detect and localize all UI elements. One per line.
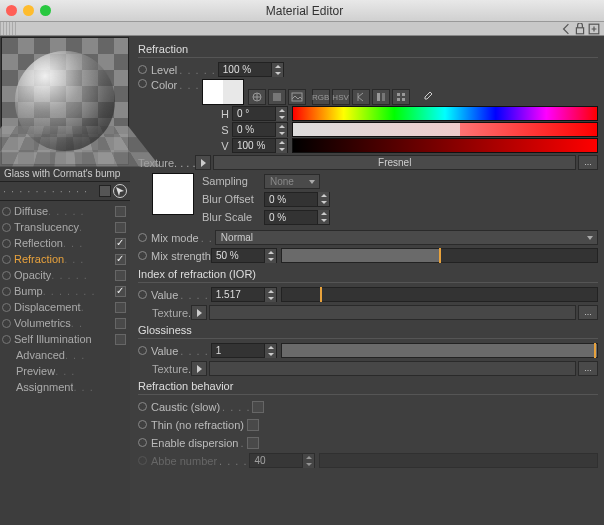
hue-ramp[interactable] xyxy=(292,106,598,121)
ior-texture-browse-button[interactable]: ... xyxy=(578,305,598,320)
lock-icon[interactable] xyxy=(574,23,586,35)
channel-translucency[interactable]: Translucency. xyxy=(0,219,130,235)
dropdown-mix-mode[interactable]: Normal xyxy=(215,230,598,245)
channel-reflection-checkbox[interactable] xyxy=(115,238,126,249)
anim-dot-mixmode[interactable] xyxy=(138,233,147,242)
material-name[interactable]: Glass with Cormat's bump xyxy=(0,166,130,181)
anim-dot-color[interactable] xyxy=(138,79,147,88)
ior-texture-play-icon[interactable] xyxy=(191,305,207,320)
spinner-h[interactable]: 0 ° xyxy=(232,106,288,121)
sat-ramp[interactable] xyxy=(292,122,598,137)
channel-refraction[interactable]: Refraction. . . xyxy=(0,251,130,267)
label-s: S xyxy=(218,124,232,136)
texture-preview-swatch[interactable] xyxy=(152,173,194,215)
close-window-button[interactable] xyxy=(6,5,17,16)
val-ramp[interactable] xyxy=(292,138,598,153)
channel-advanced[interactable]: Advanced. . . xyxy=(0,347,130,363)
gloss-texture-slot[interactable] xyxy=(209,361,576,376)
titlebar: Material Editor xyxy=(0,0,604,22)
slider-ior[interactable] xyxy=(281,287,598,302)
color-swatch[interactable] xyxy=(202,79,244,105)
material-target-icon[interactable] xyxy=(113,184,127,198)
spinner-ior[interactable]: 1.517 xyxy=(211,287,277,302)
label-gloss-texture: Texture xyxy=(152,363,188,375)
toolbar-grip[interactable] xyxy=(0,22,18,35)
channel-opacity[interactable]: Opacity. . . . . xyxy=(0,267,130,283)
ior-texture-slot[interactable] xyxy=(209,305,576,320)
anim-dot-level[interactable] xyxy=(138,65,147,74)
texture-browse-button[interactable]: ... xyxy=(578,155,598,170)
checkbox-caustic[interactable] xyxy=(252,401,264,413)
channel-diffuse-checkbox[interactable] xyxy=(115,206,126,217)
label-level: Level xyxy=(151,64,177,76)
channel-displacement-checkbox[interactable] xyxy=(115,302,126,313)
plus-icon[interactable] xyxy=(588,23,600,35)
channel-translucency-checkbox[interactable] xyxy=(115,222,126,233)
channel-list: Diffuse. . . . . Translucency. Reflectio… xyxy=(0,201,130,395)
spinner-gloss[interactable]: 1 xyxy=(211,343,277,358)
spinner-level[interactable]: 100 % xyxy=(218,62,284,77)
channel-self_illumination-checkbox[interactable] xyxy=(115,334,126,345)
texture-play-icon[interactable] xyxy=(195,155,211,170)
anim-dot-abbe xyxy=(138,456,147,465)
zoom-window-button[interactable] xyxy=(40,5,51,16)
swatches-icon[interactable] xyxy=(392,89,410,105)
channel-refraction-checkbox[interactable] xyxy=(115,254,126,265)
slider-gloss[interactable] xyxy=(281,343,598,358)
gloss-texture-play-icon[interactable] xyxy=(191,361,207,376)
checkbox-thin[interactable] xyxy=(247,419,259,431)
channel-bump-checkbox[interactable] xyxy=(115,286,126,297)
checkbox-dispersion[interactable] xyxy=(247,437,259,449)
gloss-texture-browse-button[interactable]: ... xyxy=(578,361,598,376)
chevron-left-icon[interactable] xyxy=(560,23,572,35)
spinner-s[interactable]: 0 % xyxy=(232,122,288,137)
material-preview[interactable] xyxy=(1,37,129,165)
channel-volumetrics-checkbox[interactable] xyxy=(115,318,126,329)
spinner-blur-scale[interactable]: 0 % xyxy=(264,210,330,225)
svg-rect-9 xyxy=(397,98,400,101)
eyedropper-icon[interactable] xyxy=(418,89,436,105)
channel-opacity-checkbox[interactable] xyxy=(115,270,126,281)
anim-dot-ior[interactable] xyxy=(138,290,147,299)
channel-volumetrics[interactable]: Volumetrics. . xyxy=(0,315,130,331)
channel-self_illumination[interactable]: Self Illumination xyxy=(0,331,130,347)
channel-preview[interactable]: Preview. . . xyxy=(0,363,130,379)
channel-displacement[interactable]: Displacement. xyxy=(0,299,130,315)
svg-rect-10 xyxy=(402,98,405,101)
label-sampling: Sampling xyxy=(202,175,264,187)
row-hue: H 0 ° xyxy=(218,106,598,121)
image-icon[interactable] xyxy=(288,89,306,105)
spinner-v[interactable]: 100 % xyxy=(232,138,288,153)
mixer-icon[interactable] xyxy=(372,89,390,105)
sidebar: Glass with Cormat's bump · · · · · · · ·… xyxy=(0,36,130,525)
anim-dot-gloss[interactable] xyxy=(138,346,147,355)
hsv-mode-button[interactable]: HSV xyxy=(332,89,350,105)
rgb-mode-button[interactable]: RGB xyxy=(312,89,330,105)
label-h: H xyxy=(218,108,232,120)
level-up[interactable] xyxy=(271,63,283,70)
channel-bump[interactable]: Bump. . . . . . . xyxy=(0,283,130,299)
kelvin-icon[interactable] xyxy=(352,89,370,105)
spinner-mix-strength[interactable]: 50 % xyxy=(211,248,277,263)
row-mix-mode: Mix mode . . Normal xyxy=(138,229,598,246)
slider-mix-strength[interactable] xyxy=(281,248,598,263)
minimize-window-button[interactable] xyxy=(23,5,34,16)
channel-diffuse[interactable]: Diffuse. . . . . xyxy=(0,203,130,219)
material-slot-icon[interactable] xyxy=(99,185,111,197)
anim-dot-dispersion[interactable] xyxy=(138,438,147,447)
channel-assignment[interactable]: Assignment. . . xyxy=(0,379,130,395)
channel-reflection[interactable]: Reflection. . . xyxy=(0,235,130,251)
label-v: V xyxy=(218,140,232,152)
row-sat: S 0 % xyxy=(218,122,598,137)
spectrum-icon[interactable] xyxy=(268,89,286,105)
level-down[interactable] xyxy=(271,70,283,77)
anim-dot-thin[interactable] xyxy=(138,420,147,429)
anim-dot-caustic[interactable] xyxy=(138,402,147,411)
dropdown-sampling[interactable]: None xyxy=(264,174,320,189)
spinner-blur-offset[interactable]: 0 % xyxy=(264,192,330,207)
color-wheel-icon[interactable] xyxy=(248,89,266,105)
label-abbe: Abbe number xyxy=(151,455,217,467)
label-blur-offset: Blur Offset xyxy=(202,193,264,205)
anim-dot-mixstr[interactable] xyxy=(138,251,147,260)
texture-slot[interactable]: Fresnel xyxy=(213,155,576,170)
